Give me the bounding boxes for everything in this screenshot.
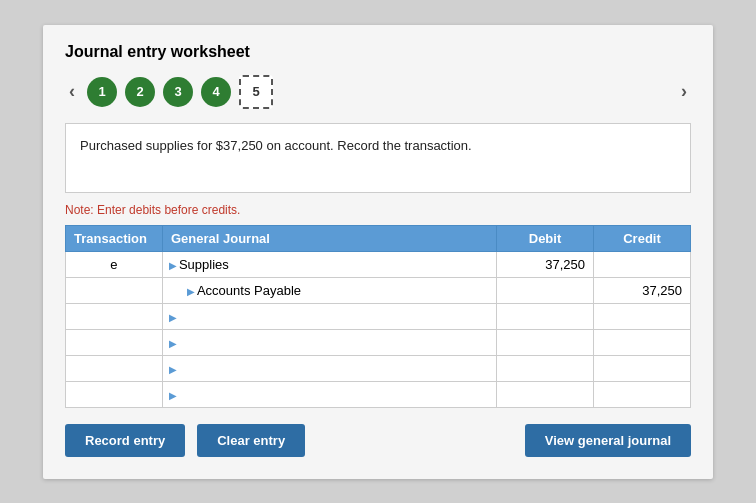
table-row: ▶ [66,355,691,381]
step-btn-4[interactable]: 4 [201,77,231,107]
td-credit-5 [594,355,691,381]
td-general-5: ▶ [162,355,496,381]
td-credit-1 [594,251,691,277]
td-debit-2 [497,277,594,303]
clear-entry-button[interactable]: Clear entry [197,424,305,457]
td-debit-6 [497,381,594,407]
buttons-row: Record entry Clear entry View general jo… [65,424,691,457]
td-credit-6 [594,381,691,407]
td-general-4: ▶ [162,329,496,355]
td-debit-5 [497,355,594,381]
td-transaction-2 [66,277,163,303]
td-general-6: ▶ [162,381,496,407]
table-row: ▶ [66,303,691,329]
td-transaction-1: e [66,251,163,277]
note-text: Note: Enter debits before credits. [65,203,691,217]
nav-right-arrow[interactable]: › [677,81,691,102]
td-transaction-5 [66,355,163,381]
td-credit-2: 37,250 [594,277,691,303]
th-general-journal: General Journal [162,225,496,251]
step-btn-2[interactable]: 2 [125,77,155,107]
tri-icon-1: ▶ [169,260,177,271]
table-row: ▶ [66,381,691,407]
main-card: Journal entry worksheet ‹ 1 2 3 4 5 › Pu… [43,25,713,479]
journal-table: Transaction General Journal Debit Credit… [65,225,691,408]
td-general-3: ▶ [162,303,496,329]
record-entry-button[interactable]: Record entry [65,424,185,457]
td-transaction-4 [66,329,163,355]
th-credit: Credit [594,225,691,251]
td-debit-3 [497,303,594,329]
th-debit: Debit [497,225,594,251]
td-credit-3 [594,303,691,329]
step-btn-3[interactable]: 3 [163,77,193,107]
table-row: ▶Accounts Payable 37,250 [66,277,691,303]
step-btn-5[interactable]: 5 [239,75,273,109]
td-general-1: ▶Supplies [162,251,496,277]
description-box: Purchased supplies for $37,250 on accoun… [65,123,691,193]
td-transaction-3 [66,303,163,329]
td-general-2: ▶Accounts Payable [162,277,496,303]
page-title: Journal entry worksheet [65,43,691,61]
table-row: ▶ [66,329,691,355]
tri-icon-4: ▶ [169,338,177,349]
table-row: e ▶Supplies 37,250 [66,251,691,277]
view-general-journal-button[interactable]: View general journal [525,424,691,457]
td-debit-4 [497,329,594,355]
nav-left-arrow[interactable]: ‹ [65,81,79,102]
nav-row: ‹ 1 2 3 4 5 › [65,75,691,109]
td-debit-1: 37,250 [497,251,594,277]
td-credit-4 [594,329,691,355]
th-transaction: Transaction [66,225,163,251]
tri-icon-3: ▶ [169,312,177,323]
tri-icon-2: ▶ [187,286,195,297]
step-btn-1[interactable]: 1 [87,77,117,107]
tri-icon-6: ▶ [169,390,177,401]
td-transaction-6 [66,381,163,407]
tri-icon-5: ▶ [169,364,177,375]
